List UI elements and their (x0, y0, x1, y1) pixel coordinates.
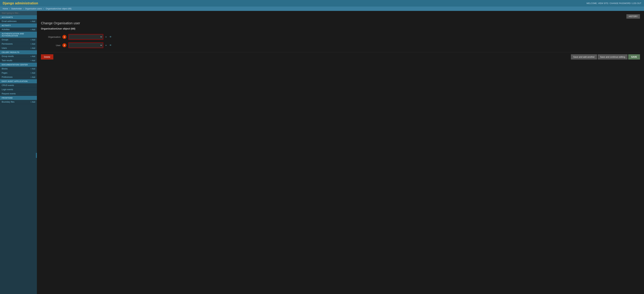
sidebar-section-auth: AUTHENTICATION AND AUTHORIZATION Groups … (0, 32, 37, 50)
sidebar-section-header-activity: ACTIVITY (0, 23, 37, 27)
sidebar-item-users[interactable]: Users + Add (0, 46, 37, 50)
sidebar-item-blocks[interactable]: Blocks + Add (0, 67, 37, 71)
organisation-add-icon[interactable]: + (105, 35, 107, 38)
sidebar-section-celery: CELERY RESULTS Group results + Add Task … (0, 50, 37, 63)
main-content: HISTORY Change Organisation user Organis… (37, 11, 644, 294)
right-actions: Save and add another Save and continue e… (571, 54, 640, 59)
save-button[interactable]: SAVE (628, 54, 640, 59)
sidebar-section-audit: EASY AUDIT APPLICATION CRUD events Login… (0, 79, 37, 96)
sidebar-label-preferences[interactable]: Preferences (2, 76, 12, 78)
sidebar-item-task-results[interactable]: Task results + Add (0, 58, 37, 63)
breadcrumb-current: OrganisationUser object (68) (46, 7, 72, 10)
sidebar-section-header-audit: EASY AUDIT APPLICATION (0, 79, 37, 83)
sidebar-item-boundary-files[interactable]: Boundary files + Add (0, 100, 37, 104)
organisation-select[interactable] (69, 35, 103, 39)
sidebar-filter-input[interactable] (0, 11, 37, 15)
organisation-view-icon[interactable]: 👁 (109, 35, 112, 38)
log-out-link[interactable]: LOG OUT (632, 2, 641, 4)
sidebar-add-permissions[interactable]: + Add (30, 43, 35, 45)
object-title: OrganisationUser object (68) (41, 27, 640, 30)
site-header: Django administration WELCOME, VIEW SITE… (0, 0, 644, 6)
sidebar: ACCOUNTS Email addresses + Add ACTIVITY … (0, 11, 37, 294)
sidebar-section-header-celery: CELERY RESULTS (0, 50, 37, 54)
sidebar-add-pages[interactable]: + Add (30, 72, 35, 74)
organisation-field-wrapper (68, 34, 103, 40)
save-and-continue-button[interactable]: Save and continue editing (598, 54, 628, 59)
user-label: User: (41, 44, 61, 47)
sidebar-item-pages[interactable]: Pages + Add (0, 71, 37, 75)
sidebar-label-boundary-files[interactable]: Boundary files (2, 101, 14, 103)
sidebar-add-groups[interactable]: + Add (30, 39, 35, 41)
form-row-user: User: 2 + 👁 (41, 41, 640, 49)
view-site-link[interactable]: VIEW SITE (598, 2, 608, 4)
sidebar-add-users[interactable]: + Add (30, 47, 35, 49)
breadcrumb-organisation-users[interactable]: Organisation users (25, 7, 42, 10)
sidebar-section-docs: DOCUMENTATION CENTER Blocks + Add Pages … (0, 63, 37, 79)
sidebar-item-groups[interactable]: Groups + Add (0, 38, 37, 42)
site-title: Django administration (3, 1, 38, 5)
sidebar-add-blocks[interactable]: + Add (30, 68, 35, 70)
sidebar-item-crud-events[interactable]: CRUD events (0, 83, 37, 87)
sidebar-section-frontend: FRONTEND Boundary files + Add (0, 96, 37, 104)
page-title: Change Organisation user (41, 21, 640, 25)
organisation-label: Organisation: (41, 36, 61, 38)
sidebar-item-permissions[interactable]: Permissions + Add (0, 42, 37, 46)
delete-button[interactable]: Delete (41, 54, 53, 59)
sidebar-item-email-addresses[interactable]: Email addresses + Add (0, 19, 37, 23)
sidebar-label-email-addresses[interactable]: Email addresses (2, 20, 16, 22)
breadcrumb-home[interactable]: Home (3, 7, 8, 10)
breadcrumb-stakeholder[interactable]: Stakeholder (11, 7, 22, 10)
sidebar-section-activity: ACTIVITY Activities + Add (0, 23, 37, 32)
sidebar-add-boundary-files[interactable]: + Add (30, 101, 35, 103)
sep2: / (631, 2, 632, 4)
sidebar-section-header-docs: DOCUMENTATION CENTER (0, 63, 37, 67)
submit-row: Delete Save and add another Save and con… (41, 52, 640, 61)
sidebar-label-permissions[interactable]: Permissions (2, 43, 12, 45)
user-add-icon[interactable]: + (105, 43, 107, 47)
sidebar-section-header-auth: AUTHENTICATION AND AUTHORIZATION (0, 32, 37, 38)
sidebar-label-blocks[interactable]: Blocks (2, 67, 8, 70)
sidebar-label-task-results[interactable]: Task results (2, 59, 12, 62)
sidebar-label-crud-events[interactable]: CRUD events (2, 84, 14, 86)
badge-2: 2 (62, 43, 66, 47)
sidebar-label-pages[interactable]: Pages (2, 72, 8, 74)
sidebar-item-activities[interactable]: Activities + Add (0, 27, 37, 32)
sidebar-add-activities[interactable]: + Add (30, 28, 35, 30)
breadcrumb: Home › Stakeholder › Organisation users … (0, 6, 644, 11)
change-password-link[interactable]: CHANGE PASSWORD (610, 2, 630, 4)
top-actions: HISTORY (41, 14, 640, 20)
sidebar-add-task-results[interactable]: + Add (30, 59, 35, 61)
badge-1: 1 (62, 35, 66, 39)
sidebar-label-users[interactable]: Users (2, 47, 7, 49)
sidebar-section-header-accounts: ACCOUNTS (0, 15, 37, 19)
sidebar-add-email-addresses[interactable]: + Add (30, 20, 35, 22)
sidebar-item-preferences[interactable]: Preferences + Add (0, 75, 37, 79)
sidebar-label-activities[interactable]: Activities (2, 28, 10, 31)
sidebar-section-accounts: ACCOUNTS Email addresses + Add (0, 15, 37, 23)
sidebar-label-group-results[interactable]: Group results (2, 55, 14, 57)
user-field-wrapper (68, 42, 103, 48)
sidebar-item-request-events[interactable]: Request events (0, 92, 37, 96)
user-view-icon[interactable]: 👁 (109, 43, 112, 47)
save-and-add-button[interactable]: Save and add another (571, 54, 597, 59)
sidebar-label-groups[interactable]: Groups (2, 38, 8, 41)
sidebar-item-login-events[interactable]: Login events (0, 87, 37, 92)
sidebar-add-group-results[interactable]: + Add (30, 55, 35, 57)
sidebar-item-group-results[interactable]: Group results + Add (0, 54, 37, 58)
welcome-text: WELCOME, (586, 2, 598, 4)
sidebar-label-login-events[interactable]: Login events (2, 88, 13, 91)
sidebar-label-request-events[interactable]: Request events (2, 92, 16, 95)
sidebar-section-header-frontend: FRONTEND (0, 96, 37, 100)
sidebar-add-preferences[interactable]: + Add (30, 76, 35, 78)
form-row-organisation: Organisation: 1 + 👁 (41, 33, 640, 41)
sidebar-toggle-button[interactable]: « (36, 153, 37, 158)
form-section: Organisation: 1 + 👁 User: 2 (41, 33, 640, 49)
user-info: WELCOME, VIEW SITE / CHANGE PASSWORD / L… (586, 2, 641, 4)
user-select[interactable] (69, 43, 103, 47)
history-button[interactable]: HISTORY (626, 14, 640, 18)
